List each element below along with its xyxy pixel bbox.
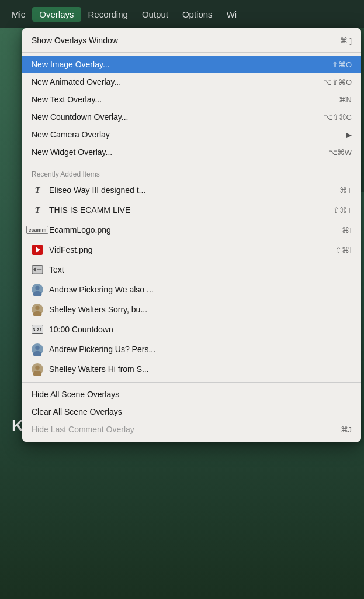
overlays-dropdown: Show Overlays Window ⌘ ] New Image Overl… bbox=[22, 28, 361, 442]
menu-item-recent-eliseo[interactable]: T Eliseo Way III designed t... ⌘T bbox=[22, 180, 361, 200]
avatar-shelley1-icon bbox=[32, 304, 43, 315]
avatar-andrew1-icon bbox=[32, 284, 43, 295]
text-t2-icon: T bbox=[32, 204, 43, 216]
svg-point-6 bbox=[35, 286, 39, 290]
menu-item-shortcut: ⇧⌘O bbox=[332, 60, 352, 69]
menu-item-recent-ecammlive[interactable]: T THIS IS ECAMM LIVE ⇧⌘T bbox=[22, 200, 361, 220]
menu-item-label: Hide All Scene Overlays bbox=[32, 390, 119, 399]
menu-item-hide-last-comment: Hide Last Comment Overlay ⌘J bbox=[22, 421, 361, 438]
separator-2 bbox=[22, 164, 361, 164]
menu-item-label: New Text Overlay... bbox=[32, 95, 102, 104]
menu-item-label: Eliseo Way III designed t... bbox=[49, 185, 145, 195]
menu-item-label: Text bbox=[49, 265, 64, 274]
item-left: T THIS IS ECAMM LIVE bbox=[32, 204, 130, 216]
menu-item-label: Shelley Walters Hi from S... bbox=[49, 364, 149, 374]
menu-item-label: Hide Last Comment Overlay bbox=[32, 425, 134, 434]
menu-item-hide-all[interactable]: Hide All Scene Overlays bbox=[22, 385, 361, 403]
menu-item-label: New Countdown Overlay... bbox=[32, 112, 128, 122]
menu-item-shortcut: ⌘ ] bbox=[340, 36, 352, 45]
menu-item-recent-vidfest[interactable]: VidFest.png ⇧⌘I bbox=[22, 240, 361, 260]
menu-bar-item-options[interactable]: Options bbox=[175, 7, 220, 22]
menu-bar-item-wi[interactable]: Wi bbox=[220, 7, 244, 22]
menu-item-show-overlays[interactable]: Show Overlays Window ⌘ ] bbox=[22, 32, 361, 49]
menu-item-shortcut: ⌘N bbox=[339, 95, 352, 104]
menu-item-label: New Image Overlay... bbox=[32, 60, 110, 69]
svg-point-9 bbox=[35, 306, 39, 310]
menu-item-shortcut: ⌥⇧⌘C bbox=[324, 113, 352, 122]
menu-bar-item-recording[interactable]: Recording bbox=[81, 7, 135, 22]
text-t-icon: T bbox=[32, 184, 43, 196]
countdown-timer-icon: 3:21 bbox=[32, 323, 43, 335]
menu-item-clear-all[interactable]: Clear All Scene Overlays bbox=[22, 403, 361, 421]
item-left: Shelley Walters Hi from S... bbox=[32, 363, 149, 375]
menu-item-label: Show Overlays Window bbox=[32, 36, 118, 45]
menu-item-recent-shelley1[interactable]: Shelley Walters Sorry, bu... bbox=[22, 300, 361, 319]
menu-item-new-countdown-overlay[interactable]: New Countdown Overlay... ⌥⇧⌘C bbox=[22, 108, 361, 126]
menu-item-shortcut: ⌥⌘W bbox=[328, 148, 352, 157]
menu-item-recent-countdown[interactable]: 3:21 10:00 Countdown bbox=[22, 319, 361, 339]
menu-item-shortcut: ⌘I bbox=[342, 226, 352, 235]
separator-1 bbox=[22, 52, 361, 53]
item-left: Andrew Pickering Us? Pers... bbox=[32, 343, 155, 355]
menu-item-label: New Animated Overlay... bbox=[32, 77, 121, 87]
menu-bar-item-overlays[interactable]: Overlays bbox=[32, 7, 81, 22]
menu-item-shortcut: ⌘T bbox=[339, 186, 352, 195]
menu-item-recent-shelley2[interactable]: Shelley Walters Hi from S... bbox=[22, 359, 361, 379]
menu-item-shortcut: ⇧⌘I bbox=[335, 246, 352, 254]
menu-item-label: Clear All Scene Overlays bbox=[32, 407, 122, 416]
menu-item-label: VidFest.png bbox=[49, 245, 92, 254]
menu-item-recent-ecammlogo[interactable]: ecamm EcammLogo.png ⌘I bbox=[22, 220, 361, 240]
avatar-shelley2-icon bbox=[32, 363, 43, 375]
svg-point-15 bbox=[35, 366, 39, 370]
menu-item-new-widget-overlay[interactable]: New Widget Overlay... ⌥⌘W bbox=[22, 143, 361, 161]
textbox-arrow-icon bbox=[32, 264, 43, 276]
menu-item-new-animated-overlay[interactable]: New Animated Overlay... ⌥⇧⌘O bbox=[22, 73, 361, 91]
avatar-andrew2-icon bbox=[32, 343, 43, 355]
vidfest-play-icon bbox=[32, 244, 43, 256]
item-left: ecamm EcammLogo.png bbox=[32, 224, 111, 236]
item-left: Shelley Walters Sorry, bu... bbox=[32, 304, 147, 315]
item-left: VidFest.png bbox=[32, 244, 92, 256]
item-left: Andrew Pickering We also ... bbox=[32, 284, 154, 295]
item-left: T Eliseo Way III designed t... bbox=[32, 184, 145, 196]
menu-item-recent-andrew1[interactable]: Andrew Pickering We also ... bbox=[22, 280, 361, 300]
menu-item-label: Andrew Pickering We also ... bbox=[49, 285, 154, 294]
menu-item-shortcut: ⌘J bbox=[341, 425, 352, 434]
section-header-recently-added: Recently Added Items bbox=[22, 167, 361, 180]
menu-item-label: Shelley Walters Sorry, bu... bbox=[49, 305, 147, 314]
submenu-arrow-icon: ▶ bbox=[346, 130, 352, 139]
menu-item-label: EcammLogo.png bbox=[49, 225, 111, 235]
menu-item-new-camera-overlay[interactable]: New Camera Overlay ▶ bbox=[22, 126, 361, 143]
menu-bar-item-mic[interactable]: Mic bbox=[5, 7, 32, 22]
item-left: 3:21 10:00 Countdown bbox=[32, 323, 113, 335]
menu-item-label: THIS IS ECAMM LIVE bbox=[49, 205, 130, 215]
separator-3 bbox=[22, 382, 361, 383]
menu-item-recent-andrew2[interactable]: Andrew Pickering Us? Pers... bbox=[22, 339, 361, 359]
menu-item-shortcut: ⇧⌘T bbox=[333, 206, 352, 215]
ecamm-logo-icon: ecamm bbox=[32, 224, 43, 236]
item-left: Text bbox=[32, 264, 64, 276]
menu-item-shortcut: ⌥⇧⌘O bbox=[323, 78, 352, 87]
menu-item-label: 10:00 Countdown bbox=[49, 325, 113, 334]
svg-point-12 bbox=[35, 346, 39, 350]
menu-item-label: Andrew Pickering Us? Pers... bbox=[49, 345, 155, 354]
menu-item-new-text-overlay[interactable]: New Text Overlay... ⌘N bbox=[22, 91, 361, 108]
menu-item-label: New Camera Overlay bbox=[32, 130, 110, 139]
menu-item-label: New Widget Overlay... bbox=[32, 147, 112, 157]
menu-item-new-image-overlay[interactable]: New Image Overlay... ⇧⌘O bbox=[22, 56, 361, 73]
menu-bar-item-output[interactable]: Output bbox=[135, 7, 175, 22]
menu-item-recent-text[interactable]: Text bbox=[22, 260, 361, 280]
menu-bar: Mic Overlays Recording Output Options Wi bbox=[0, 0, 364, 28]
